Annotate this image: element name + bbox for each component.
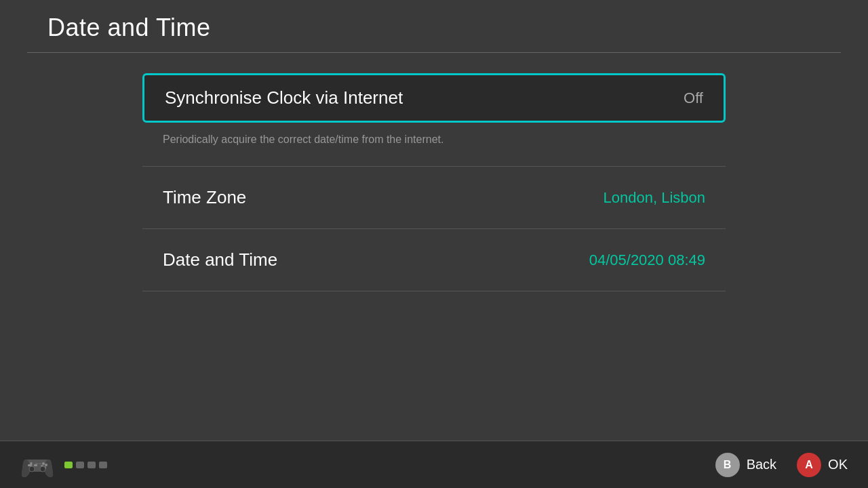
time-zone-value: London, Lisbon xyxy=(604,189,705,207)
date-time-value: 04/05/2020 08:49 xyxy=(589,251,705,269)
sync-clock-label: Synchronise Clock via Internet xyxy=(165,87,403,108)
svg-rect-8 xyxy=(35,463,38,464)
svg-rect-9 xyxy=(39,463,41,464)
sync-clock-item[interactable]: Synchronise Clock via Internet Off xyxy=(142,73,726,123)
date-time-label: Date and Time xyxy=(163,249,277,270)
controller-icon xyxy=(20,448,54,482)
svg-rect-2 xyxy=(31,462,33,466)
svg-point-11 xyxy=(40,466,45,472)
content-area: Synchronise Clock via Internet Off Perio… xyxy=(0,53,868,319)
dot-4 xyxy=(99,462,107,468)
back-label: Back xyxy=(747,457,776,472)
dot-3 xyxy=(87,462,96,468)
page-header: Date and Time xyxy=(0,0,868,52)
bottom-bar: B Back A OK xyxy=(0,441,868,488)
svg-point-5 xyxy=(45,464,47,466)
divider-2 xyxy=(142,228,726,229)
indicator-dots xyxy=(64,462,107,468)
divider-1 xyxy=(142,166,726,167)
dot-1 xyxy=(64,462,73,468)
svg-point-10 xyxy=(29,466,35,472)
sync-clock-description: Periodically acquire the correct date/ti… xyxy=(142,128,726,159)
page-title: Date and Time xyxy=(47,14,841,42)
bottom-right: B Back A OK xyxy=(715,453,848,477)
bottom-left xyxy=(20,448,107,482)
b-button-icon: B xyxy=(715,453,740,477)
back-action[interactable]: B Back xyxy=(715,453,776,477)
ok-label: OK xyxy=(828,457,848,472)
time-zone-item[interactable]: Time Zone London, Lisbon xyxy=(142,174,726,222)
sync-clock-value: Off xyxy=(684,89,703,107)
a-button-icon: A xyxy=(797,453,821,477)
dot-2 xyxy=(76,462,84,468)
svg-rect-1 xyxy=(34,464,37,466)
time-zone-label: Time Zone xyxy=(163,187,246,208)
date-time-item[interactable]: Date and Time 04/05/2020 08:49 xyxy=(142,236,726,284)
svg-point-4 xyxy=(42,462,45,465)
ok-action[interactable]: A OK xyxy=(797,453,848,477)
divider-3 xyxy=(142,291,726,291)
